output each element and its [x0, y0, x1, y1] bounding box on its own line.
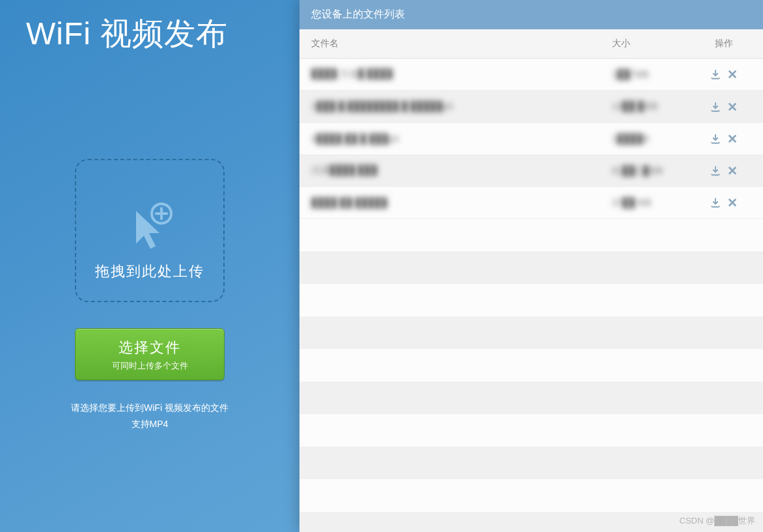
- empty-row: [299, 316, 763, 349]
- file-size: 14██ █MB: [600, 91, 685, 122]
- file-size: 1██7MB: [600, 59, 685, 91]
- empty-row: [299, 382, 763, 414]
- table-row: ████ ██ █████37██ MB: [299, 187, 763, 219]
- empty-row: [299, 284, 763, 316]
- empty-row: [299, 479, 763, 512]
- file-size: 81██3 █MB: [600, 154, 685, 186]
- help-text: 请选择您要上传到WiFi 视频发布的文件 支持MP4: [0, 400, 299, 432]
- empty-row: [299, 414, 763, 447]
- file-size: 37██ MB: [600, 187, 685, 219]
- choose-file-label: 选择文件: [76, 338, 224, 357]
- delete-icon[interactable]: [727, 197, 738, 208]
- table-row: 4████ ██ █ ███p41████B: [299, 122, 763, 154]
- download-icon[interactable]: [710, 197, 721, 208]
- file-size: 1████B: [600, 122, 685, 154]
- download-icon[interactable]: [710, 100, 721, 112]
- empty-row: [299, 219, 763, 251]
- table-row: 1███ █ ████████ █ █████p414██ █MB: [299, 91, 763, 122]
- table-row: 沉浸████ ███81██3 █MB: [299, 154, 763, 186]
- download-icon[interactable]: [710, 165, 721, 176]
- download-icon[interactable]: [710, 68, 721, 80]
- col-ops: 操作: [685, 29, 763, 59]
- empty-row: [299, 349, 763, 382]
- delete-icon[interactable]: [727, 68, 738, 80]
- empty-row: [299, 251, 763, 284]
- app-title: WiFi 视频发布: [0, 0, 299, 55]
- file-table: 文件名 大小 操作 ████ 方全█ ████1██7MB1███ █ ████…: [299, 29, 763, 219]
- file-name: 1███ █ ████████ █ █████p4: [299, 91, 600, 122]
- file-list-panel: 您设备上的文件列表 文件名 大小 操作 ████ 方全█ ████1██7MB1…: [299, 0, 763, 532]
- dropzone[interactable]: 拖拽到此处上传: [75, 159, 225, 302]
- choose-file-sub: 可同时上传多个文件: [76, 360, 224, 372]
- delete-icon[interactable]: [727, 165, 738, 176]
- file-name: ████ 方全█ ████: [299, 59, 600, 91]
- panel-title: 您设备上的文件列表: [299, 0, 763, 29]
- file-name: 4████ ██ █ ███p4: [299, 122, 600, 154]
- dropzone-label: 拖拽到此处上传: [76, 262, 223, 281]
- file-name: 沉浸████ ███: [299, 154, 600, 186]
- choose-file-button[interactable]: 选择文件 可同时上传多个文件: [75, 328, 225, 380]
- upload-cursor-icon: [120, 198, 179, 259]
- file-name: ████ ██ █████: [299, 187, 600, 219]
- download-icon[interactable]: [710, 133, 721, 145]
- empty-row: [299, 447, 763, 479]
- col-filename: 文件名: [299, 29, 600, 59]
- watermark: CSDN @████世界: [680, 515, 756, 527]
- table-row: ████ 方全█ ████1██7MB: [299, 59, 763, 91]
- delete-icon[interactable]: [727, 100, 738, 112]
- col-size: 大小: [600, 29, 685, 59]
- delete-icon[interactable]: [727, 133, 738, 145]
